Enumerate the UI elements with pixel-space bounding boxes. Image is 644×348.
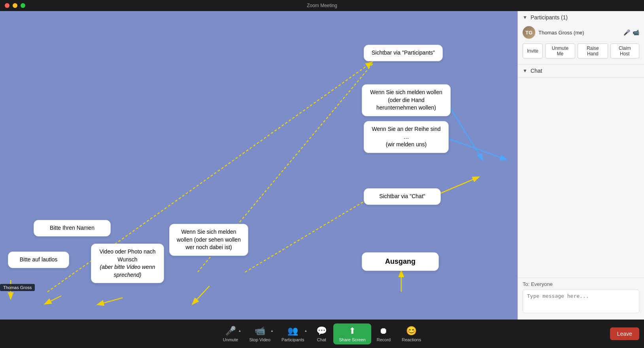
video-icon: 📹 — [255, 326, 265, 336]
user-tooltip: Thomas Gross — [0, 284, 35, 291]
chat-label: Chat — [317, 337, 326, 342]
svg-line-7 — [193, 286, 210, 304]
annotation-box6: Bitte auf lautlos — [8, 252, 69, 268]
invite-button[interactable]: Invite — [523, 44, 543, 59]
toolbar-unmute[interactable]: 🎤 Unmute ▲ — [217, 326, 244, 342]
share-screen-icon: ⬆ — [349, 326, 356, 336]
raise-hand-button[interactable]: Raise Hand — [578, 44, 608, 59]
participants-actions: Invite Unmute Me Raise Hand Claim Host — [518, 41, 644, 61]
video-caret[interactable]: ▲ — [270, 329, 274, 333]
chat-section: ▼ Chat To: Everyone — [518, 64, 644, 320]
toolbar-reactions[interactable]: 😊 Reactions — [396, 326, 427, 342]
toolbar-record[interactable]: ⏺ Record — [371, 326, 396, 342]
window-controls — [5, 3, 25, 8]
annotation-box4: Sichtbar via "Chat" — [364, 188, 441, 205]
svg-line-6 — [98, 298, 123, 304]
chat-messages — [518, 78, 644, 278]
toolbar-chat[interactable]: 💬 Chat — [310, 326, 333, 342]
chat-icon: 💬 — [316, 326, 327, 336]
annotation-box2: Wenn Sie sich melden wollen (oder die Ha… — [362, 84, 451, 116]
share-screen-label: Share Screen — [339, 337, 365, 342]
toolbar-participants[interactable]: 👥 Participants ▲ — [276, 326, 310, 342]
svg-line-5 — [45, 296, 61, 304]
window-title: Zoom Meeting — [307, 3, 337, 8]
minimize-button[interactable] — [13, 3, 17, 8]
svg-line-2 — [245, 197, 372, 272]
mic-icon: 🎤 — [225, 326, 236, 336]
record-label: Record — [377, 337, 391, 342]
unmute-me-button[interactable]: Unmute Me — [545, 44, 575, 59]
participants-title: Participants (1) — [531, 14, 568, 21]
camera-icon: 📹 — [633, 29, 639, 36]
toolbar: 🎤 Unmute ▲ 📹 Stop Video ▲ 👥 Participants… — [0, 320, 644, 348]
main-area: Sichtbar via "Participants"Wenn Sie sich… — [0, 11, 644, 320]
participants-label: Participants — [281, 337, 304, 342]
participant-name: Thomas Gross (me) — [538, 30, 620, 36]
annotation-box7: Video oder Photo nach Wunsch(aber bitte … — [91, 244, 164, 283]
unmute-label: Unmute — [223, 337, 238, 342]
annotation-box1: Sichtbar via "Participants" — [364, 45, 443, 61]
participants-chevron: ▼ — [523, 15, 527, 20]
svg-line-8 — [447, 102, 482, 159]
participants-header[interactable]: ▼ Participants (1) — [518, 11, 644, 24]
annotation-box8: Wenn Sie sich melden wollen (oder sehen … — [169, 224, 248, 256]
chat-title: Chat — [531, 68, 542, 74]
annotation-box3: Wenn Sie an der Reihe sind … (wir melden… — [364, 121, 449, 153]
toolbar-share-screen[interactable]: ⬆ Share Screen — [333, 323, 371, 344]
chat-chevron: ▼ — [523, 68, 527, 74]
video-area: Sichtbar via "Participants"Wenn Sie sich… — [0, 11, 517, 320]
reactions-label: Reactions — [402, 337, 421, 342]
toolbar-stop-video[interactable]: 📹 Stop Video ▲ — [244, 326, 276, 342]
sidebar: ▼ Participants (1) TG Thomas Gross (me) … — [517, 11, 644, 320]
participants-section: ▼ Participants (1) TG Thomas Gross (me) … — [518, 11, 644, 64]
unmute-caret[interactable]: ▲ — [238, 329, 241, 333]
chat-input-area — [518, 288, 644, 320]
chat-to: To: Everyone — [518, 278, 644, 288]
claim-host-button[interactable]: Claim Host — [610, 44, 639, 59]
participant-avatar: TG — [523, 26, 535, 39]
participant-icons: 🎤 📹 — [623, 29, 639, 36]
leave-button[interactable]: Leave — [610, 327, 639, 340]
participant-row: TG Thomas Gross (me) 🎤 📹 — [518, 24, 644, 41]
svg-line-9 — [447, 138, 506, 159]
participants-caret[interactable]: ▲ — [304, 329, 308, 333]
fullscreen-button[interactable] — [21, 3, 25, 8]
record-icon: ⏺ — [379, 326, 388, 336]
annotation-box5: Bitte Ihren Namen — [34, 220, 111, 236]
chat-input[interactable] — [523, 289, 639, 313]
reactions-icon: 😊 — [406, 326, 417, 336]
mic-muted-icon: 🎤 — [623, 29, 630, 36]
title-bar: Zoom Meeting — [0, 0, 644, 11]
chat-header[interactable]: ▼ Chat — [518, 64, 644, 78]
close-button[interactable] — [5, 3, 9, 8]
participants-icon: 👥 — [287, 326, 298, 336]
stop-video-label: Stop Video — [249, 337, 270, 342]
annotation-box9: Ausgang — [362, 252, 439, 271]
